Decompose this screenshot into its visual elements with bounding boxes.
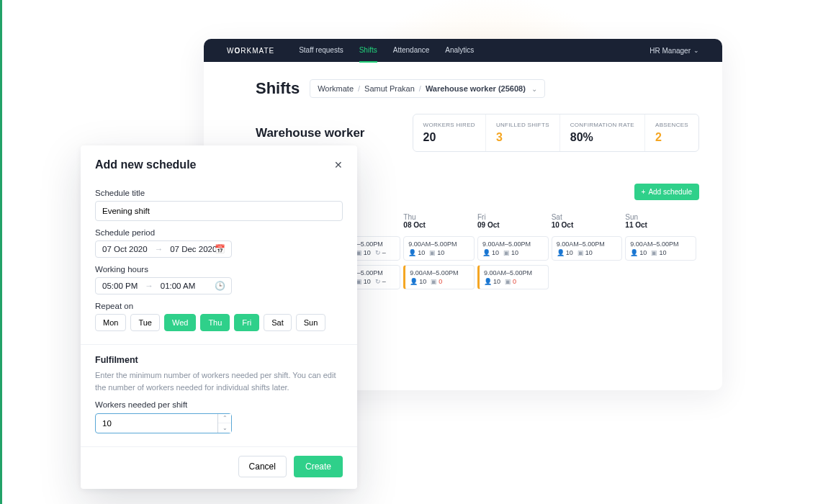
day-toggle-sun[interactable]: Sun — [296, 314, 326, 331]
plus-icon: + — [642, 188, 646, 196]
refresh-icon: ↻ — [375, 278, 381, 285]
day-toggle-wed[interactable]: Wed — [164, 314, 196, 331]
repeat-on-label: Repeat on — [95, 302, 343, 310]
shift-card[interactable]: 9.00AM–5.00PM👤10▣10 — [403, 236, 475, 261]
calendar-cell: 9.00AM–5.00PM👤10▣0 — [403, 265, 477, 292]
workers-needed-input[interactable] — [96, 414, 217, 433]
schedule-title-input[interactable] — [95, 201, 343, 221]
nav-link-shifts[interactable]: Shifts — [359, 39, 377, 63]
workers-needed-stepper[interactable]: ⌃ ⌄ — [95, 413, 232, 433]
day-name: Thu — [403, 213, 477, 221]
chevron-down-icon: ⌄ — [693, 47, 699, 54]
kpi-value: 80% — [570, 131, 634, 144]
calendar-day-header: Fri09 Oct — [477, 210, 552, 235]
stepper-up-button[interactable]: ⌃ — [218, 414, 231, 423]
page-title: Shifts — [256, 79, 300, 98]
kpi-card: Absences2 — [645, 114, 698, 151]
shift-time: 9.00AM–5.00PM — [557, 240, 618, 248]
divider — [81, 344, 357, 345]
hours-from-value: 05:00 PM — [102, 282, 138, 290]
kpi-value: 2 — [655, 131, 688, 144]
person-icon: 👤 — [482, 249, 490, 256]
calendar-day-header: Thu08 Oct — [403, 210, 477, 235]
kpi-card: Unfilled Shifts3 — [486, 114, 560, 151]
person-icon: 👤 — [557, 249, 565, 256]
day-date: 11 Oct — [625, 221, 699, 229]
calendar-day-header: Sat10 Oct — [552, 210, 626, 235]
shift-time: 9.00AM–5.00PM — [410, 269, 469, 276]
day-toggle-tue[interactable]: Tue — [130, 314, 160, 331]
arrow-right-icon: → — [145, 282, 153, 290]
modal-header: Add new schedule ✕ — [81, 145, 357, 174]
shift-time: 9.00AM–5.00PM — [482, 240, 544, 248]
box-icon: ▣ — [505, 278, 511, 285]
day-toggle-thu[interactable]: Thu — [200, 314, 230, 331]
add-schedule-label: Add schedule — [648, 188, 692, 196]
day-toggle-mon[interactable]: Mon — [95, 314, 126, 331]
kpi-label: Workers Hired — [423, 122, 475, 128]
close-icon[interactable]: ✕ — [334, 159, 343, 171]
nav-link-analytics[interactable]: Analytics — [445, 39, 474, 63]
shift-card[interactable]: 9.00AM–5.00PM👤10▣10 — [625, 236, 696, 261]
logo: WORKMATE — [227, 47, 274, 55]
top-nav: WORKMATE Staff requestsShiftsAttendanceA… — [204, 39, 722, 62]
day-toggle-fri[interactable]: Fri — [234, 314, 259, 331]
period-to-value: 07 Dec 2020 — [170, 245, 217, 253]
box-icon: ▣ — [431, 278, 437, 285]
fulfilment-heading: Fulfilment — [95, 355, 343, 365]
shift-meta: 👤10▣0 — [410, 278, 469, 285]
arrow-right-icon: → — [155, 245, 163, 253]
box-icon: ▣ — [651, 249, 657, 256]
repeat-on-field: Repeat on MonTueWedThuFriSatSun — [95, 302, 343, 331]
workers-needed-label: Workers needed per shift — [95, 400, 343, 409]
breadcrumb-item: Samut Prakan — [364, 84, 415, 93]
kpi-label: Unfilled Shifts — [496, 122, 549, 128]
day-date: 10 Oct — [552, 221, 626, 229]
shift-card[interactable]: 9.00AM–5.00PM👤10▣0 — [477, 265, 549, 289]
logo-text-2: RKMATE — [241, 47, 274, 55]
logo-text: W — [227, 47, 234, 55]
day-name: Sun — [625, 213, 699, 221]
decorative-green-bar — [0, 0, 2, 504]
shift-meta: 👤10▣10 — [630, 249, 691, 256]
period-from-value: 07 Oct 2020 — [102, 245, 148, 253]
schedule-period-input[interactable]: 07 Oct 2020 → 07 Dec 2020 📅 — [95, 240, 232, 258]
schedule-title-field: Schedule title — [95, 189, 343, 221]
calendar-cell: 9.00AM–5.00PM👤10▣10 — [477, 236, 552, 264]
cancel-button[interactable]: Cancel — [238, 456, 287, 477]
calendar-day-header: Sun11 Oct — [625, 210, 699, 235]
person-icon: 👤 — [630, 249, 638, 256]
calendar-cell — [625, 265, 699, 292]
person-icon: 👤 — [410, 278, 418, 285]
kpi-value: 3 — [496, 131, 549, 144]
schedule-period-field: Schedule period 07 Oct 2020 → 07 Dec 202… — [95, 228, 343, 258]
breadcrumb[interactable]: Workmate / Samut Prakan / Warehouse work… — [310, 79, 545, 98]
user-menu[interactable]: HR Manager ⌄ — [650, 47, 699, 55]
day-toggle-sat[interactable]: Sat — [264, 314, 292, 331]
nav-link-staff-requests[interactable]: Staff requests — [299, 39, 343, 63]
clock-icon: 🕒 — [215, 281, 225, 291]
working-hours-field: Working hours 05:00 PM → 01:00 AM 🕒 — [95, 265, 343, 294]
add-schedule-button[interactable]: + Add schedule — [634, 184, 699, 200]
day-date: 08 Oct — [403, 221, 477, 229]
nav-link-attendance[interactable]: Attendance — [393, 39, 430, 63]
create-button[interactable]: Create — [294, 456, 343, 477]
box-icon: ▣ — [577, 249, 584, 256]
shift-meta: 👤10▣10 — [557, 249, 618, 256]
day-selector: MonTueWedThuFriSatSun — [95, 314, 343, 331]
stepper-down-button[interactable]: ⌄ — [218, 423, 231, 433]
day-date: 09 Oct — [477, 221, 552, 229]
calendar-cell: 9.00AM–5.00PM👤10▣10 — [625, 236, 699, 264]
shift-card[interactable]: 9.00AM–5.00PM👤10▣0 — [403, 265, 475, 289]
shift-time: 9.00AM–5.00PM — [630, 240, 691, 248]
modal-body: Schedule title Schedule period 07 Oct 20… — [81, 174, 357, 446]
kpi-card: Workers Hired20 — [413, 114, 486, 151]
breadcrumb-sep: / — [358, 84, 360, 93]
workers-needed-field: Workers needed per shift ⌃ ⌄ — [95, 400, 343, 433]
calendar-cell — [552, 265, 626, 292]
breadcrumb-item: Workmate — [318, 84, 354, 93]
calendar-cell: 9.00AM–5.00PM👤10▣10 — [403, 236, 477, 264]
shift-card[interactable]: 9.00AM–5.00PM👤10▣10 — [552, 236, 623, 261]
working-hours-input[interactable]: 05:00 PM → 01:00 AM 🕒 — [95, 277, 232, 294]
shift-card[interactable]: 9.00AM–5.00PM👤10▣10 — [477, 236, 549, 261]
